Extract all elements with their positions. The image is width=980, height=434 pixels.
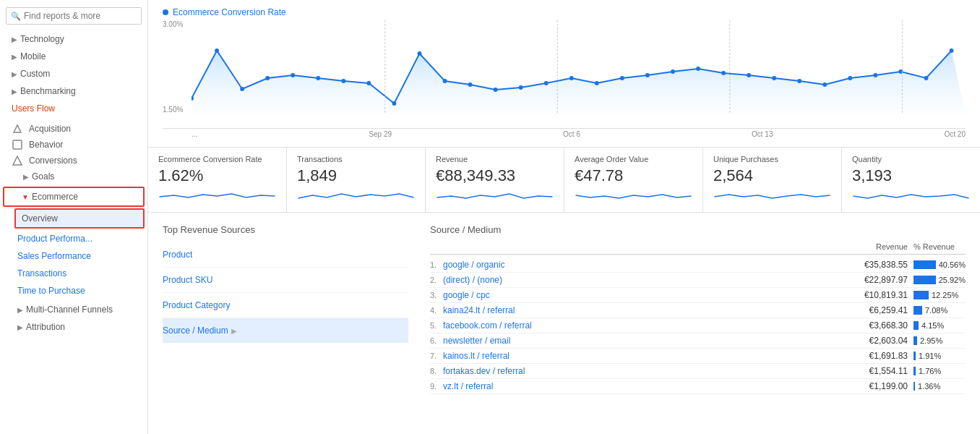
sidebar-item-sales-performance[interactable]: Sales Performance — [0, 247, 147, 265]
row-link[interactable]: vz.lt / referral — [443, 381, 835, 391]
row-bar-cell: 25.92% — [908, 276, 966, 284]
row-link[interactable]: google / organic — [443, 260, 835, 270]
row-link[interactable]: (direct) / (none) — [443, 275, 835, 285]
table-row[interactable]: 8. fortakas.dev / referral €1,554.11 1.7… — [430, 364, 966, 379]
row-revenue: €2,603.04 — [835, 336, 908, 346]
svg-point-29 — [822, 82, 827, 87]
row-pct: 4.15% — [921, 321, 944, 330]
svg-point-20 — [595, 81, 599, 85]
row-bar-cell: 1.91% — [908, 352, 966, 360]
row-revenue: €22,897.97 — [835, 275, 908, 285]
row-pct: 25.92% — [939, 276, 966, 284]
sidebar-item-attribution[interactable]: ▶ Attribution — [0, 318, 147, 336]
metric-unique-purchases: Unique Purchases 2,564 — [703, 148, 842, 212]
row-number: 5. — [430, 321, 443, 330]
revenue-link-product-category[interactable]: Product Category — [163, 293, 408, 318]
revenue-link-product-sku[interactable]: Product SKU — [163, 268, 408, 293]
metric-quantity: Quantity 3,193 — [842, 148, 980, 212]
row-number: 2. — [430, 276, 443, 284]
arrow-icon: ▶ — [17, 323, 23, 331]
table-row[interactable]: 6. newsletter / email €2,603.04 2.95% — [430, 333, 966, 349]
sidebar-item-conversions[interactable]: Conversions — [0, 152, 147, 168]
row-pct: 1.36% — [918, 382, 940, 391]
svg-point-15 — [468, 82, 473, 87]
sidebar-item-overview[interactable]: Overview — [14, 208, 145, 229]
sidebar-item-benchmarking[interactable]: ▶ Benchmarking — [0, 82, 147, 100]
arrow-icon: ▼ — [22, 193, 29, 201]
sidebar-item-time-to-purchase[interactable]: Time to Purchase — [0, 282, 147, 299]
row-revenue: €1,691.83 — [835, 351, 908, 361]
metric-transactions: Transactions 1,849 — [287, 148, 426, 212]
sidebar-item-users-flow[interactable]: Users Flow — [0, 100, 147, 117]
svg-point-23 — [671, 69, 675, 74]
arrow-icon: ▶ — [12, 35, 17, 43]
sidebar-item-multi-channel[interactable]: ▶ Multi-Channel Funnels — [0, 301, 147, 318]
sidebar: 🔍 ▶ Technology ▶ Mobile ▶ Custom ▶ Bench… — [0, 0, 148, 434]
table-row[interactable]: 2. (direct) / (none) €22,897.97 25.92% — [430, 273, 966, 288]
chart-x-labels: ... Sep 29 Oct 6 Oct 13 Oct 20 — [192, 129, 966, 140]
metric-conversion-rate: Ecommerce Conversion Rate 1.62% — [148, 148, 287, 212]
svg-point-27 — [772, 76, 776, 80]
svg-point-12 — [392, 101, 396, 106]
sidebar-item-behavior[interactable]: Behavior — [0, 136, 147, 152]
row-link[interactable]: newsletter / email — [443, 336, 835, 346]
sidebar-item-transactions[interactable]: Transactions — [0, 265, 147, 282]
svg-point-22 — [645, 73, 650, 77]
sidebar-item-custom[interactable]: ▶ Custom — [0, 65, 147, 82]
chart-dot — [163, 9, 168, 15]
sidebar-item-acquisition[interactable]: Acquisition — [0, 120, 147, 136]
acquisition-icon — [12, 123, 23, 135]
svg-point-28 — [797, 79, 801, 83]
table-row[interactable]: 5. facebook.com / referral €3,668.30 4.1… — [430, 318, 966, 333]
svg-point-8 — [291, 73, 295, 77]
table-row[interactable]: 4. kaina24.lt / referral €6,259.41 7.08% — [430, 303, 966, 318]
svg-point-17 — [519, 85, 523, 90]
svg-point-5 — [215, 48, 219, 53]
row-link[interactable]: fortakas.dev / referral — [443, 366, 835, 376]
row-bar — [914, 367, 916, 375]
row-link[interactable]: kainos.lt / referral — [443, 351, 835, 361]
row-revenue: €3,668.30 — [835, 320, 908, 331]
row-bar-cell: 7.08% — [908, 306, 966, 315]
sidebar-item-mobile[interactable]: ▶ Mobile — [0, 48, 147, 65]
row-pct: 1.76% — [919, 367, 941, 375]
sidebar-item-technology[interactable]: ▶ Technology — [0, 30, 147, 48]
svg-point-19 — [569, 76, 574, 80]
source-medium-panel: Source / Medium Revenue % Revenue 1. goo… — [430, 224, 966, 394]
svg-marker-2 — [13, 156, 22, 165]
table-row[interactable]: 3. google / cpc €10,819.31 12.25% — [430, 288, 966, 303]
search-input[interactable] — [24, 11, 137, 21]
row-revenue: €6,259.41 — [835, 305, 908, 315]
row-link[interactable]: facebook.com / referral — [443, 320, 835, 331]
row-pct: 40.56% — [939, 260, 966, 269]
revenue-link-source-medium[interactable]: Source / Medium ▶ — [163, 318, 408, 343]
sidebar-item-ecommerce[interactable]: ▼ Ecommerce — [3, 187, 145, 207]
row-bar — [914, 276, 936, 284]
arrow-icon: ▶ — [12, 70, 17, 78]
chart-area: Ecommerce Conversion Rate 3.00% 1.50% — [148, 0, 980, 140]
sidebar-item-product-performance[interactable]: Product Performa... — [0, 230, 147, 247]
row-link[interactable]: google / cpc — [443, 290, 835, 300]
metric-revenue: Revenue €88,349.33 — [426, 148, 564, 212]
svg-point-9 — [316, 76, 320, 80]
revenue-link-product[interactable]: Product — [163, 242, 408, 268]
row-bar-cell: 12.25% — [908, 291, 966, 299]
main-content: Ecommerce Conversion Rate 3.00% 1.50% — [148, 0, 980, 434]
table-row[interactable]: 1. google / organic €35,838.55 40.56% — [430, 258, 966, 273]
row-bar — [914, 336, 917, 345]
svg-point-33 — [924, 76, 929, 80]
row-pct: 1.91% — [919, 352, 941, 360]
metric-avg-order: Average Order Value €47.78 — [564, 148, 703, 212]
table-row[interactable]: 9. vz.lt / referral €1,199.00 1.36% — [430, 379, 966, 394]
metrics-row: Ecommerce Conversion Rate 1.62% Transact… — [148, 147, 980, 213]
row-link[interactable]: kaina24.lt / referral — [443, 305, 835, 315]
svg-point-18 — [544, 81, 549, 85]
top-revenue-title: Top Revenue Sources — [163, 224, 408, 235]
svg-point-14 — [443, 79, 447, 83]
sidebar-item-goals[interactable]: ▶ Goals — [0, 168, 147, 185]
svg-marker-0 — [14, 125, 21, 132]
svg-point-7 — [265, 76, 270, 80]
svg-point-6 — [240, 87, 244, 91]
table-row[interactable]: 7. kainos.lt / referral €1,691.83 1.91% — [430, 349, 966, 364]
search-box[interactable]: 🔍 — [6, 7, 142, 25]
